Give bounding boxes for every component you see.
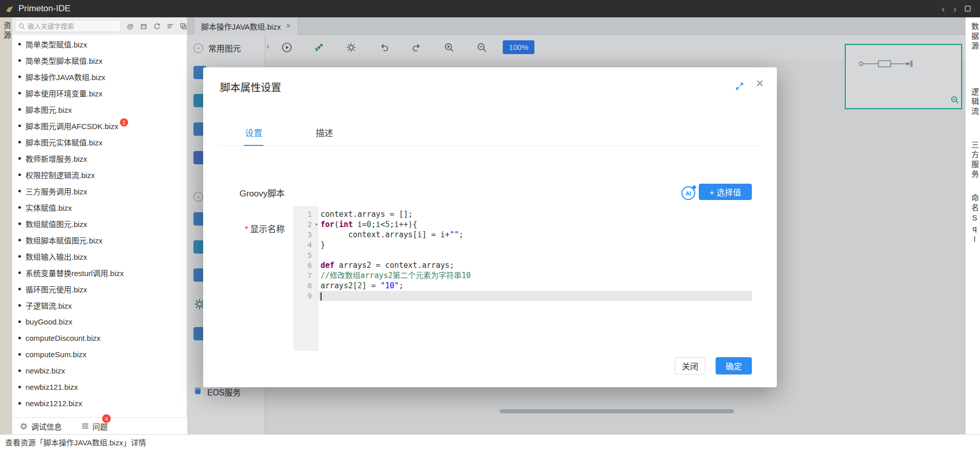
bullet-icon xyxy=(18,386,21,388)
tree-item[interactable]: 脚本图元.bizx xyxy=(12,101,187,117)
tree-item[interactable]: 系统变量替换resturl调用.bizx xyxy=(12,264,187,281)
debug-info-button[interactable]: 调试信息 xyxy=(31,421,62,432)
tree-item[interactable]: computeSum.bizx xyxy=(12,346,187,362)
refresh-icon[interactable] xyxy=(153,22,161,30)
locate-icon[interactable]: @ xyxy=(126,22,134,30)
dialog-close-button[interactable]: 关闭 xyxy=(675,357,705,375)
dock-tab[interactable]: 命名Sql xyxy=(966,194,980,245)
code-line[interactable]: 1context.arrays = []; xyxy=(293,209,752,219)
tree-item[interactable]: newbiz1212.bizx xyxy=(12,395,187,411)
tree-item-label: computeDiscount.bizx xyxy=(26,334,101,342)
sidebar-toolbar: @ xyxy=(12,17,187,35)
tree-item[interactable]: 数组赋值图元.bizx xyxy=(12,215,187,232)
tree-item-label: 简单类型赋值.bizx xyxy=(26,39,87,49)
tree-item[interactable]: 实体赋值.bizx xyxy=(12,199,187,215)
code-line[interactable]: 2▾for(int i=0;i<5;i++){ xyxy=(293,219,752,230)
problems-icon xyxy=(81,422,89,430)
tree-item[interactable]: 脚本图元实体赋值.bizx xyxy=(12,134,187,150)
code-line-content: context.arrays = []; xyxy=(318,209,752,219)
tree-item-label: newbiz.bizx xyxy=(26,366,65,375)
dock-tab[interactable]: 三方服务 xyxy=(966,141,980,180)
bullet-icon xyxy=(18,59,21,62)
tree-item[interactable]: newbiz.bizx xyxy=(12,362,187,379)
titlebar: Primeton-IDE ‹ › xyxy=(0,0,980,17)
select-value-button[interactable]: + 选择值 xyxy=(699,184,752,200)
dialog-tab-description[interactable]: 描述 xyxy=(314,122,334,145)
code-line[interactable]: 8arrays2[2] = "10"; xyxy=(293,281,752,291)
tree-item[interactable]: 教师新增服务.bizx xyxy=(12,150,187,166)
code-line-content xyxy=(318,291,752,301)
search-box[interactable] xyxy=(15,20,121,32)
window-restore-icon[interactable] xyxy=(965,6,971,12)
line-number: 2▾ xyxy=(293,219,318,230)
groovy-code-editor[interactable]: 1context.arrays = [];2▾for(int i=0;i<5;i… xyxy=(293,206,752,351)
bullet-icon xyxy=(18,337,21,339)
resource-sidebar: @ 简单类型赋值.bizx简单类型脚本赋值.bizx脚本操作JAVA数组.biz… xyxy=(12,17,187,417)
dialog-ok-button[interactable]: 确定 xyxy=(716,357,752,375)
code-line[interactable]: 7//修改数组arrays2第二个元素为字符串10 xyxy=(293,270,752,281)
bullet-icon xyxy=(18,190,21,192)
required-mark: * xyxy=(244,224,248,234)
bullet-icon xyxy=(18,124,21,127)
tree-item[interactable]: 脚本使用环境变量.bizx xyxy=(12,85,187,101)
tree-item-label: 实体赋值.bizx xyxy=(26,202,72,213)
dialog-close-icon[interactable]: × xyxy=(756,77,764,90)
tree-item[interactable]: 数组脚本赋值图元.bizx xyxy=(12,232,187,248)
search-icon xyxy=(18,23,25,30)
code-line[interactable]: 6def arrays2 = context.arrays; xyxy=(293,260,752,270)
code-line-content: def arrays2 = context.arrays; xyxy=(318,260,752,270)
ai-assistant-icon[interactable]: AI xyxy=(681,186,695,200)
code-line[interactable]: 3 context.arrays[i] = i+""; xyxy=(293,230,752,240)
bullet-icon xyxy=(18,255,21,258)
tree-item[interactable]: 简单类型脚本赋值.bizx xyxy=(12,52,187,68)
tree-item[interactable]: newbiz121.bizx xyxy=(12,379,187,395)
tree-item[interactable]: 脚本操作JAVA数组.bizx xyxy=(12,68,187,85)
overflow-error-badge: 4 xyxy=(102,414,111,423)
tree-item-label: 三方服务调用.bizx xyxy=(26,186,87,196)
nav-back-icon[interactable]: ‹ xyxy=(942,4,945,14)
resource-tree: 简单类型赋值.bizx简单类型脚本赋值.bizx脚本操作JAVA数组.bizx脚… xyxy=(12,36,187,417)
app-title: Primeton-IDE xyxy=(18,4,70,14)
activity-tab-resources[interactable]: 资源 xyxy=(0,21,12,41)
statusbar: 查看资源「脚本操作JAVA数组.bizx」详情 xyxy=(0,434,980,449)
statusbar-text: 查看资源「脚本操作JAVA数组.bizx」详情 xyxy=(5,437,146,447)
export-icon[interactable] xyxy=(179,22,187,30)
dialog-tab-settings[interactable]: 设置 xyxy=(244,122,263,146)
tree-item[interactable]: 子逻辑流.bizx xyxy=(12,297,187,313)
tree-item[interactable]: 数组输入输出.bizx xyxy=(12,248,187,264)
error-badge: 1 xyxy=(120,118,128,127)
line-number: 8 xyxy=(293,281,318,291)
code-line[interactable]: 5 xyxy=(293,250,752,260)
tree-item[interactable]: 三方服务调用.bizx xyxy=(12,183,187,199)
fold-caret-icon[interactable]: ▾ xyxy=(315,219,318,230)
code-line-content: } xyxy=(318,240,752,250)
code-line-content: //修改数组arrays2第二个元素为字符串10 xyxy=(318,270,752,281)
line-number: 9 xyxy=(293,291,318,301)
code-line[interactable]: 4} xyxy=(293,240,752,250)
code-line-content xyxy=(318,250,752,260)
search-input[interactable] xyxy=(28,22,117,30)
tree-item-label: 数组脚本赋值图元.bizx xyxy=(26,235,103,245)
app-logo-icon xyxy=(5,4,14,13)
package-icon[interactable] xyxy=(139,22,148,30)
dock-tab[interactable]: 数据源 xyxy=(966,22,980,52)
tree-item-label: 权限控制逻辑流.bizx xyxy=(26,169,95,180)
nav-forward-icon[interactable]: › xyxy=(953,4,957,14)
dialog-fullscreen-icon[interactable] xyxy=(735,82,744,91)
text-cursor xyxy=(321,292,322,301)
bullet-icon xyxy=(18,402,21,405)
sidebar-footer: 调试信息 问题 xyxy=(12,417,187,434)
bullet-icon xyxy=(18,206,21,209)
dock-tab[interactable]: 逻辑流 xyxy=(966,88,980,117)
tree-item-label: computeSum.bizx xyxy=(26,350,86,359)
tree-item[interactable]: 简单类型赋值.bizx xyxy=(12,36,187,52)
tree-item[interactable]: 权限控制逻辑流.bizx xyxy=(12,166,187,183)
tree-item[interactable]: computeDiscount.bizx xyxy=(12,330,187,346)
tree-item[interactable]: 脚本图元调用AFCSDK.bizx1 xyxy=(12,117,187,134)
tree-item-label: newbiz1212.bizx xyxy=(26,399,82,408)
tree-item[interactable]: 循环图元使用.bizx xyxy=(12,281,187,297)
code-line[interactable]: 9 xyxy=(293,291,752,301)
sort-list-icon[interactable] xyxy=(166,22,174,30)
tree-item[interactable]: buyGood.bizx xyxy=(12,313,187,330)
code-line-content: for(int i=0;i<5;i++){ xyxy=(318,219,752,230)
